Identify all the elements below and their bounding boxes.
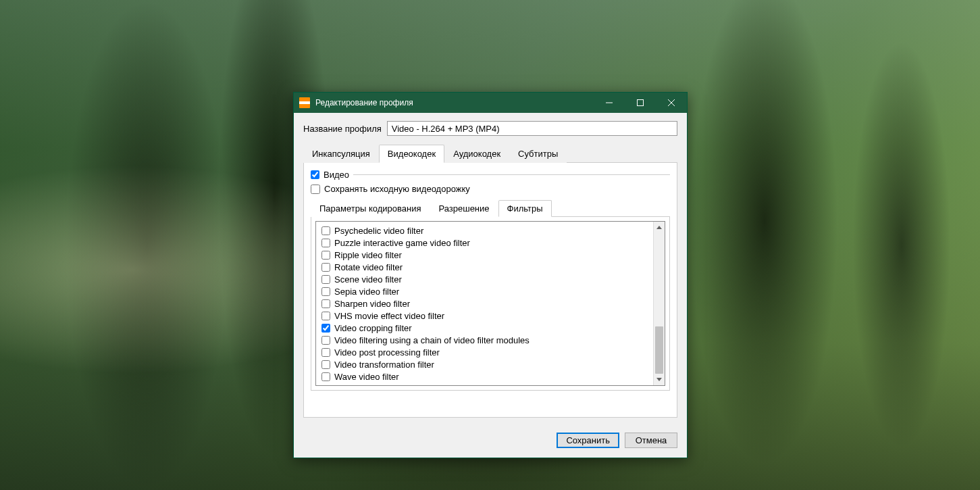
keep-original-label: Сохранять исходную видеодорожку	[324, 184, 470, 194]
window-title: Редактирование профиля	[315, 98, 594, 107]
filter-label: Video transformation filter	[334, 360, 434, 370]
scrollbar	[653, 222, 665, 385]
filter-checkbox[interactable]	[321, 348, 330, 357]
video-group: Видео Сохранять исходную видеодорожку Па…	[311, 170, 670, 391]
videocodec-tab-content: Видео Сохранять исходную видеодорожку Па…	[303, 163, 677, 418]
svg-marker-5	[656, 378, 662, 381]
filter-item: Puzzle interactive game video filter	[321, 237, 648, 249]
tab-subtitles[interactable]: Субтитры	[509, 145, 567, 163]
filter-checkbox[interactable]	[321, 360, 330, 369]
chevron-down-icon	[656, 378, 662, 381]
filter-item: Video transformation filter	[321, 358, 648, 370]
keep-original-row: Сохранять исходную видеодорожку	[311, 184, 670, 194]
filter-item: Video post processing filter	[321, 346, 648, 358]
filter-checkbox[interactable]	[321, 263, 330, 272]
filter-label: Psychedelic video filter	[334, 226, 423, 236]
filter-label: Puzzle interactive game video filter	[334, 238, 470, 248]
filter-label: Sepia video filter	[334, 287, 399, 297]
keep-original-checkbox[interactable]	[311, 185, 320, 194]
filter-checkbox[interactable]	[321, 287, 330, 296]
filter-label: Wave video filter	[334, 372, 399, 382]
filter-item: Psychedelic video filter	[321, 224, 648, 237]
filter-checkbox[interactable]	[321, 312, 330, 320]
tab-encapsulation[interactable]: Инкапсуляция	[303, 145, 379, 163]
filter-checkbox[interactable]	[321, 372, 330, 381]
filter-list: Psychedelic video filterPuzzle interacti…	[316, 222, 653, 385]
subtab-filters[interactable]: Фильтры	[498, 200, 552, 217]
filter-item: Sharpen video filter	[321, 297, 648, 310]
filter-item: VHS movie effect video filter	[321, 310, 648, 322]
profile-edit-dialog: Редактирование профиля Название профиля …	[293, 92, 688, 458]
video-enable-checkbox[interactable]	[311, 170, 319, 179]
main-tabs: Инкапсуляция Видеокодек Аудиокодек Субти…	[303, 144, 677, 163]
chevron-up-icon	[656, 226, 662, 229]
scroll-up-button[interactable]	[654, 222, 665, 233]
filter-label: Video post processing filter	[334, 347, 440, 358]
group-divider	[353, 174, 670, 175]
svg-marker-4	[656, 226, 662, 229]
filter-item: Video filtering using a chain of video f…	[321, 334, 648, 346]
profile-name-input[interactable]	[387, 121, 677, 136]
video-group-header: Видео	[311, 170, 670, 180]
maximize-button[interactable]	[625, 93, 656, 113]
scroll-track[interactable]	[654, 233, 665, 374]
filter-label: Rotate video filter	[334, 262, 403, 272]
filter-label: Scene video filter	[334, 274, 402, 285]
subtab-encoding-params[interactable]: Параметры кодирования	[311, 200, 430, 217]
close-button[interactable]	[656, 93, 687, 113]
profile-name-label: Название профиля	[303, 124, 382, 134]
filter-label: Video filtering using a chain of video f…	[334, 335, 530, 345]
video-enable-label: Видео	[324, 170, 349, 180]
scroll-down-button[interactable]	[654, 374, 665, 385]
svg-rect-1	[638, 100, 644, 106]
vlc-icon	[299, 97, 310, 108]
window-controls	[594, 93, 687, 113]
filter-item: Wave video filter	[321, 370, 648, 383]
cancel-button[interactable]: Отмена	[625, 433, 677, 448]
filter-label: Video cropping filter	[334, 323, 412, 333]
filter-list-container: Psychedelic video filterPuzzle interacti…	[315, 221, 665, 386]
tab-videocodec[interactable]: Видеокодек	[379, 145, 444, 163]
filter-item: Ripple video filter	[321, 249, 648, 261]
filter-item: Scene video filter	[321, 273, 648, 285]
filter-checkbox[interactable]	[321, 251, 330, 260]
filter-item: Video cropping filter	[321, 322, 648, 334]
filter-checkbox[interactable]	[321, 239, 330, 247]
filter-checkbox[interactable]	[321, 336, 330, 345]
tab-audiocodec[interactable]: Аудиокодек	[444, 145, 509, 163]
filter-label: VHS movie effect video filter	[334, 311, 444, 321]
filter-checkbox[interactable]	[321, 324, 330, 333]
dialog-footer: Сохранить Отмена	[294, 426, 687, 458]
filter-label: Sharpen video filter	[334, 299, 410, 309]
sub-tabs: Параметры кодирования Разрешение Фильтры	[311, 199, 670, 216]
filter-item: Rotate video filter	[321, 261, 648, 273]
minimize-button[interactable]	[594, 93, 625, 113]
subtab-resolution[interactable]: Разрешение	[430, 200, 498, 217]
filter-label: Ripple video filter	[334, 250, 402, 260]
dialog-body: Название профиля Инкапсуляция Видеокодек…	[294, 113, 687, 426]
filter-checkbox[interactable]	[321, 226, 330, 235]
titlebar[interactable]: Редактирование профиля	[294, 93, 687, 113]
filter-checkbox[interactable]	[321, 275, 330, 284]
filters-tab-content: Psychedelic video filterPuzzle interacti…	[311, 216, 670, 391]
profile-name-row: Название профиля	[303, 121, 677, 136]
filter-item: Sepia video filter	[321, 285, 648, 297]
scroll-thumb[interactable]	[655, 326, 663, 374]
filter-checkbox[interactable]	[321, 299, 330, 308]
save-button[interactable]: Сохранить	[557, 433, 619, 448]
